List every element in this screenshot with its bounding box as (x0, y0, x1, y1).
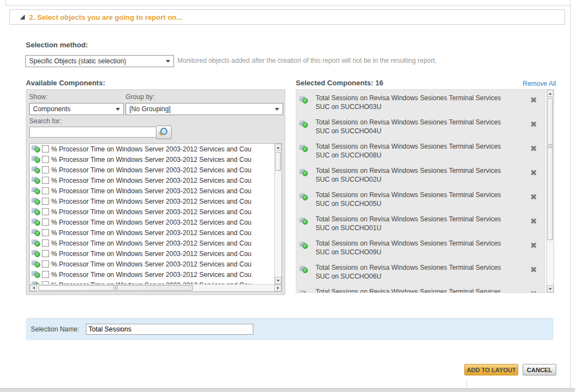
cancel-button[interactable]: CANCEL (523, 364, 556, 375)
component-label: % Processor Time on Windows Server 2003-… (51, 187, 252, 195)
selection-method-dropdown[interactable]: Specific Objects (static selection) (25, 55, 174, 67)
available-component-row[interactable]: % Processor Time on Windows Server 2003-… (30, 154, 274, 165)
component-label: % Processor Time on Windows Server 2003-… (51, 229, 252, 237)
selection-name-input[interactable] (86, 324, 253, 335)
remove-item-button[interactable]: ✖ (530, 120, 537, 128)
available-horizontal-scrollbar[interactable] (30, 284, 281, 291)
available-component-row[interactable]: % Processor Time on Windows Server 2003-… (30, 217, 274, 227)
component-status-icon (299, 144, 308, 153)
remove-item-button[interactable]: ✖ (530, 193, 537, 201)
scroll-left-button[interactable] (30, 285, 37, 291)
component-checkbox[interactable] (42, 271, 49, 278)
green-status-orb-icon (35, 231, 40, 236)
available-component-row[interactable]: % Processor Time on Windows Server 2003-… (30, 238, 274, 248)
available-component-row[interactable]: % Processor Time on Windows Server 2003-… (30, 280, 274, 284)
component-checkbox[interactable] (42, 250, 49, 257)
component-checkbox[interactable] (42, 239, 49, 247)
available-component-row[interactable]: % Processor Time on Windows Server 2003-… (30, 186, 274, 196)
selected-component-row: Total Sessions on Revisa Windows Sesione… (296, 117, 545, 135)
component-checkbox[interactable] (42, 208, 49, 215)
search-button[interactable] (156, 126, 172, 139)
selected-component-label: Total Sessions on Revisa Windows Sesione… (316, 263, 520, 281)
remove-item-button[interactable]: ✖ (530, 241, 537, 249)
component-label: % Processor Time on Windows Server 2003-… (51, 219, 252, 226)
component-status-icon (31, 270, 41, 279)
chevron-down-icon (116, 108, 120, 111)
available-component-row[interactable]: % Processor Time on Windows Server 2003-… (30, 165, 274, 175)
component-checkbox[interactable] (42, 166, 49, 173)
scroll-up-button[interactable] (547, 90, 554, 97)
available-component-row[interactable]: % Processor Time on Windows Server 2003-… (30, 206, 274, 217)
selected-component-line2: SUC on SUCCHO09U (316, 248, 520, 257)
available-component-row[interactable]: % Processor Time on Windows Server 2003-… (30, 227, 274, 238)
selected-vertical-scrollbar[interactable] (546, 89, 554, 293)
show-dropdown[interactable]: Components (29, 103, 124, 115)
green-status-orb-icon (302, 219, 308, 225)
selected-scroll-thumb[interactable] (547, 98, 553, 240)
available-component-row[interactable]: % Processor Time on Windows Server 2003-… (30, 196, 274, 206)
selected-components-label: Selected Components: (296, 79, 373, 87)
component-checkbox[interactable] (42, 177, 49, 184)
green-status-orb-icon (302, 243, 308, 249)
component-checkbox[interactable] (42, 260, 49, 268)
selected-component-line1: Total Sessions on Revisa Windows Sesione… (316, 190, 520, 199)
green-status-orb-icon (302, 292, 308, 293)
available-components-title: Available Components: (26, 79, 105, 87)
arrow-left-icon (32, 286, 35, 290)
component-checkbox[interactable] (42, 198, 49, 205)
available-components-list: % Processor Time on Windows Server 2003-… (29, 143, 282, 292)
available-scroll-thumb[interactable] (275, 152, 281, 171)
component-checkbox[interactable] (42, 145, 49, 153)
available-components-panel: Show: Group by: Components [No Grouping]… (26, 89, 285, 295)
component-checkbox[interactable] (42, 229, 49, 236)
scroll-up-button[interactable] (275, 144, 281, 151)
scroll-down-button[interactable] (275, 277, 281, 284)
green-status-orb-icon (302, 98, 308, 104)
search-input[interactable] (29, 127, 158, 138)
selected-component-row: Total Sessions on Revisa Windows Sesione… (296, 92, 545, 111)
selected-component-line1: Total Sessions on Revisa Windows Sesione… (316, 287, 520, 293)
remove-item-button[interactable]: ✖ (530, 290, 537, 293)
arrow-right-icon (277, 286, 279, 290)
scroll-right-button[interactable] (274, 285, 281, 291)
show-label: Show: (29, 93, 47, 101)
report-object-selection-page: 2. Select objects you are going to repor… (0, 0, 575, 392)
green-status-orb-icon (35, 241, 40, 247)
available-component-row[interactable]: % Processor Time on Windows Server 2003-… (30, 144, 274, 154)
component-checkbox[interactable] (42, 156, 49, 163)
component-checkbox[interactable] (42, 187, 49, 194)
remove-item-button[interactable]: ✖ (530, 96, 537, 104)
available-component-row[interactable]: % Processor Time on Windows Server 2003-… (30, 248, 274, 259)
available-hscroll-thumb[interactable] (39, 285, 193, 291)
remove-item-button[interactable]: ✖ (530, 168, 537, 177)
component-status-icon (31, 208, 41, 216)
section-title: 2. Select objects you are going to repor… (29, 13, 182, 21)
selected-component-row: Total Sessions on Revisa Windows Sesione… (296, 238, 545, 257)
available-vertical-scrollbar[interactable] (274, 144, 281, 284)
collapse-triangle-icon[interactable] (20, 15, 25, 20)
scroll-down-button[interactable] (547, 285, 554, 292)
selected-components-count: 16 (375, 79, 383, 87)
component-label: % Processor Time on Windows Server 2003-… (51, 239, 252, 247)
component-label: % Processor Time on Windows Server 2003-… (51, 166, 252, 174)
selected-component-label: Total Sessions on Revisa Windows Sesione… (316, 190, 520, 208)
component-label: % Processor Time on Windows Server 2003-… (51, 250, 252, 258)
frame-line-right (570, 0, 571, 388)
remove-item-button[interactable]: ✖ (530, 265, 537, 274)
green-status-orb-icon (35, 220, 40, 226)
component-checkbox[interactable] (42, 219, 49, 226)
selected-component-row: Total Sessions on Revisa Windows Sesione… (296, 262, 545, 281)
component-label: % Processor Time on Windows Server 2003-… (51, 156, 252, 164)
remove-all-link[interactable]: Remove All (523, 80, 556, 88)
available-component-row[interactable]: % Processor Time on Windows Server 2003-… (30, 259, 274, 269)
component-status-icon (31, 145, 41, 153)
group-by-dropdown[interactable]: [No Grouping] (126, 103, 283, 115)
remove-item-button[interactable]: ✖ (530, 217, 537, 225)
selected-rows: Total Sessions on Revisa Windows Sesione… (296, 90, 545, 293)
component-status-icon (31, 155, 41, 164)
remove-item-button[interactable]: ✖ (530, 144, 537, 153)
available-component-row[interactable]: % Processor Time on Windows Server 2003-… (30, 269, 274, 280)
available-component-row[interactable]: % Processor Time on Windows Server 2003-… (30, 175, 274, 186)
section-header[interactable]: 2. Select objects you are going to repor… (9, 9, 565, 25)
add-to-layout-button[interactable]: ADD TO LAYOUT (464, 364, 518, 375)
